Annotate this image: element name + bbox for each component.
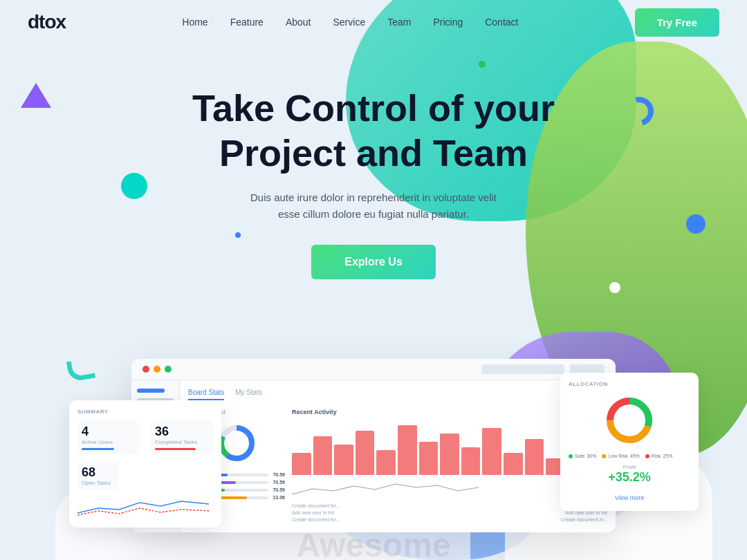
- nav-link-about[interactable]: About: [286, 17, 311, 28]
- allocation-title: ALLOCATION: [569, 381, 690, 387]
- hook-green-icon: [66, 357, 96, 382]
- view-more-link[interactable]: View more: [615, 494, 644, 501]
- hero-title: Take Control of your Project and Team: [0, 86, 747, 176]
- hero-subtitle: Duis aute irure dolor in reprehenderit i…: [242, 189, 505, 223]
- recent-task-5: Create document for...: [292, 517, 340, 522]
- summary-card: SUMMARY 4 Active Users 36 Completed Task…: [69, 400, 221, 528]
- tab-my-stats[interactable]: My Stats: [235, 389, 262, 400]
- profit-display: Profit +35.2%: [569, 464, 690, 485]
- allocation-legend: Safe 30% Low Risk 45% Risk 25%: [569, 454, 690, 458]
- summary-stat-3: 68: [82, 465, 115, 480]
- nav-link-feature[interactable]: Feature: [230, 17, 264, 28]
- titlebar-dot-yellow: [154, 366, 160, 373]
- dashboard-mockup: SUMMARY 4 Active Users 36 Completed Task…: [131, 359, 616, 532]
- profit-value: +35.2%: [569, 470, 690, 485]
- tab-board-stats[interactable]: Board Stats: [188, 389, 224, 400]
- nav-links: Home Feature About Service Team Pricing …: [182, 16, 518, 28]
- summary-label-1: Active Users: [82, 439, 136, 445]
- titlebar-dot-red: [142, 366, 149, 373]
- legend-low-risk: Low Risk 45%: [602, 454, 639, 458]
- legend-safe: Safe 30%: [569, 454, 596, 458]
- summary-label-2: Completed Tasks: [155, 439, 209, 445]
- titlebar-dot-green: [165, 366, 172, 373]
- allocation-donut: [602, 393, 657, 448]
- profit-label: Profit: [569, 464, 690, 470]
- summary-bar-2: [155, 448, 196, 450]
- brand-logo: dtox: [28, 11, 66, 33]
- legend-risk: Risk 25%: [645, 454, 673, 458]
- allocation-card: ALLOCATION Safe 30% Low Risk 45%: [560, 373, 699, 511]
- summary-card-title: SUMMARY: [77, 409, 213, 415]
- allocation-donut-container: [569, 393, 690, 448]
- hero-section: Take Control of your Project and Team Du…: [0, 44, 747, 279]
- progress-donut: [216, 422, 257, 464]
- nav-link-team[interactable]: Team: [387, 17, 411, 28]
- dashboard-main-content: Board Stats My Stats % Completed: [180, 380, 616, 532]
- nav-link-home[interactable]: Home: [182, 17, 208, 28]
- legend-dot-low-risk: [602, 454, 606, 458]
- summary-stat-2: 36: [155, 424, 209, 439]
- nav-link-service[interactable]: Service: [333, 17, 365, 28]
- nav-link-contact[interactable]: Contact: [485, 17, 518, 28]
- summary-sparkline: [77, 496, 209, 516]
- summary-bar-1: [82, 448, 114, 450]
- recent-task-4: Add new user to list: [565, 510, 607, 515]
- dashboard-titlebar: [131, 359, 616, 380]
- summary-stat-1: 4: [82, 424, 136, 439]
- sidebar-active-item: [137, 389, 165, 393]
- recent-task-1: Create document for...: [292, 503, 340, 508]
- summary-label-3: Open Tasks: [82, 480, 115, 486]
- recent-task-6: Create document in...: [561, 517, 607, 522]
- legend-dot-risk: [645, 454, 649, 458]
- recent-task-3: Add new user to list: [292, 510, 334, 515]
- nav-cta-button[interactable]: Try Free: [635, 8, 719, 37]
- dashboard-tabs: Board Stats My Stats: [188, 389, 607, 400]
- legend-dot-safe: [569, 454, 573, 458]
- hero-cta-button[interactable]: Explore Us: [311, 245, 436, 279]
- search-placeholder: [481, 364, 564, 374]
- navbar: dtox Home Feature About Service Team Pri…: [0, 0, 747, 44]
- circle-white-icon: [609, 282, 620, 293]
- nav-link-pricing[interactable]: Pricing: [433, 17, 463, 28]
